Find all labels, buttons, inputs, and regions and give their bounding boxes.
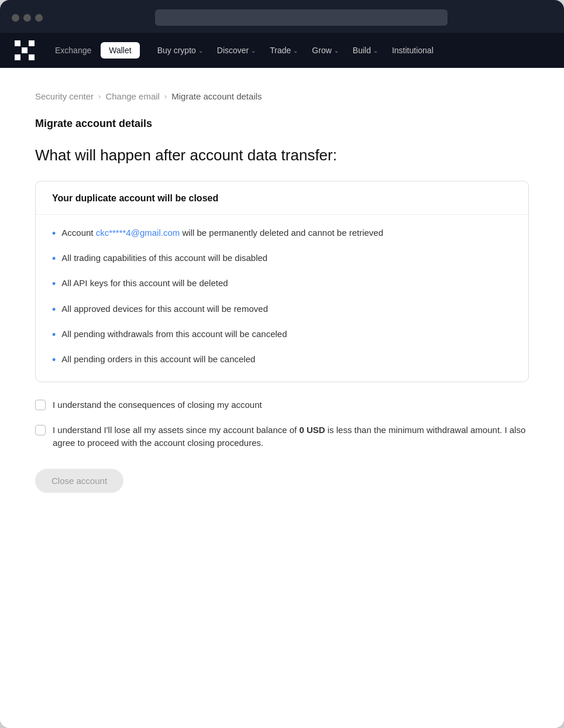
list-item: • Account ckc*****4@gmail.com will be pe… <box>52 226 512 241</box>
bullet-icon: • <box>52 353 56 368</box>
nav-tabs: Exchange Wallet <box>47 42 140 59</box>
okx-logo <box>12 42 37 59</box>
list-item: • All pending withdrawals from this acco… <box>52 328 512 342</box>
chevron-down-icon: ⌄ <box>373 47 378 54</box>
info-box-header: Your duplicate account will be closed <box>36 181 528 215</box>
chevron-down-icon: ⌄ <box>198 47 203 54</box>
list-item-text: All approved devices for this account wi… <box>61 303 268 316</box>
traffic-lights <box>12 14 43 22</box>
chevron-down-icon: ⌄ <box>334 47 339 54</box>
traffic-light-minimize[interactable] <box>23 14 31 22</box>
checkbox-understand-consequences[interactable] <box>35 400 46 410</box>
balance-amount: 0 USD <box>299 425 325 435</box>
breadcrumb-security-center[interactable]: Security center <box>35 91 94 101</box>
navbar: Exchange Wallet Buy crypto ⌄ Discover ⌄ … <box>0 33 564 68</box>
close-account-button[interactable]: Close account <box>35 469 123 493</box>
breadcrumb: Security center › Change email › Migrate… <box>35 91 529 101</box>
nav-link-build[interactable]: Build ⌄ <box>347 42 384 59</box>
page-subheading: What will happen after account data tran… <box>35 146 529 164</box>
bullet-icon: • <box>52 277 56 291</box>
list-item: • All approved devices for this account … <box>52 303 512 317</box>
list-item: • All API keys for this account will be … <box>52 277 512 291</box>
browser-window: Exchange Wallet Buy crypto ⌄ Discover ⌄ … <box>0 0 564 728</box>
checkbox-row-consequences: I understand the consequences of closing… <box>35 399 529 412</box>
bullet-icon: • <box>52 226 56 241</box>
list-item: • All trading capabilities of this accou… <box>52 252 512 266</box>
tab-wallet[interactable]: Wallet <box>101 42 139 59</box>
bullet-icon: • <box>52 303 56 317</box>
bullet-icon: • <box>52 252 56 266</box>
nav-link-institutional[interactable]: Institutional <box>386 42 439 59</box>
main-content: Security center › Change email › Migrate… <box>0 68 564 726</box>
browser-chrome <box>0 0 564 33</box>
chevron-down-icon: ⌄ <box>293 47 298 54</box>
nav-link-buy-crypto[interactable]: Buy crypto ⌄ <box>152 42 209 59</box>
traffic-light-fullscreen[interactable] <box>35 14 43 22</box>
breadcrumb-change-email[interactable]: Change email <box>105 91 160 101</box>
nav-link-grow[interactable]: Grow ⌄ <box>306 42 344 59</box>
nav-link-discover[interactable]: Discover ⌄ <box>211 42 262 59</box>
list-item-text: Account ckc*****4@gmail.com will be perm… <box>61 226 383 240</box>
checkbox-understand-assets[interactable] <box>35 425 46 435</box>
page-heading: Migrate account details <box>35 118 529 130</box>
email-link[interactable]: ckc*****4@gmail.com <box>96 228 180 238</box>
info-box: Your duplicate account will be closed • … <box>35 181 529 382</box>
list-item-text: All trading capabilities of this account… <box>61 252 267 265</box>
traffic-light-close[interactable] <box>12 14 19 22</box>
info-box-body: • Account ckc*****4@gmail.com will be pe… <box>36 215 528 382</box>
nav-link-trade[interactable]: Trade ⌄ <box>264 42 304 59</box>
bullet-icon: • <box>52 328 56 342</box>
checkbox-label-consequences: I understand the consequences of closing… <box>53 399 262 412</box>
list-item-text: All API keys for this account will be de… <box>61 277 228 290</box>
list-item-text: All pending withdrawals from this accoun… <box>61 328 287 341</box>
breadcrumb-migrate-details: Migrate account details <box>171 91 262 101</box>
breadcrumb-separator-1: › <box>98 92 101 101</box>
chevron-down-icon: ⌄ <box>251 47 256 54</box>
address-bar[interactable] <box>155 9 448 26</box>
checkbox-label-assets: I understand I'll lose all my assets sin… <box>53 424 529 450</box>
consequence-list: • Account ckc*****4@gmail.com will be pe… <box>52 226 512 368</box>
list-item: • All pending orders in this account wil… <box>52 353 512 368</box>
checkbox-row-assets: I understand I'll lose all my assets sin… <box>35 424 529 450</box>
list-item-text: All pending orders in this account will … <box>61 353 255 366</box>
breadcrumb-separator-2: › <box>164 92 167 101</box>
nav-links: Buy crypto ⌄ Discover ⌄ Trade ⌄ Grow ⌄ B… <box>152 42 439 59</box>
tab-exchange[interactable]: Exchange <box>47 42 99 59</box>
